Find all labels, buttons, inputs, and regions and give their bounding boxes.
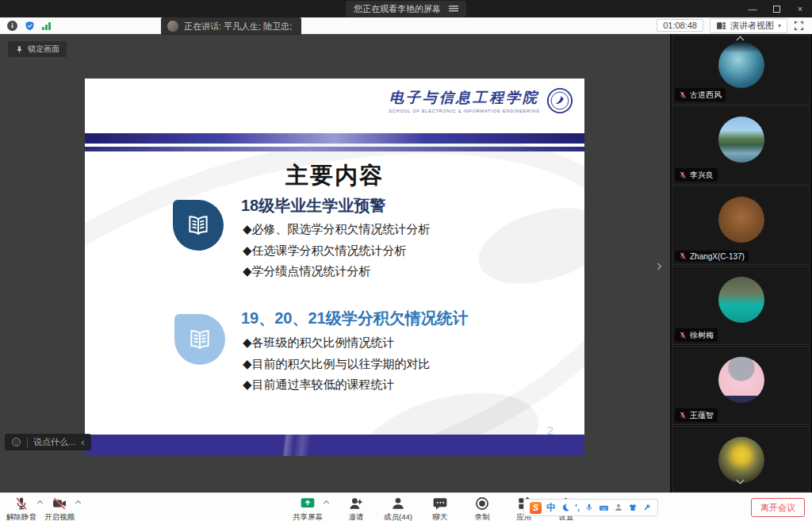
bullet-item: ◆目前的积欠比例与以往学期的对比: [243, 354, 431, 375]
section-2-heading: 19、20、21级学分积欠情况统计: [241, 308, 469, 329]
emoji-icon[interactable]: [11, 437, 21, 447]
speaking-indicator-toast: 正在讲话: 平凡人生; 陆卫忠;: [161, 17, 301, 35]
book-icon-dark: [173, 200, 224, 251]
share-options-caret-icon[interactable]: [324, 500, 329, 506]
banner-menu-icon[interactable]: [449, 6, 458, 12]
camera-off-icon: [52, 496, 67, 511]
view-mode-label: 演讲者视图: [730, 20, 774, 32]
leave-meeting-button[interactable]: 离开会议: [751, 498, 805, 517]
share-screen-icon: [300, 496, 316, 511]
members-button[interactable]: 成员(44): [382, 493, 414, 521]
start-video-button[interactable]: 开启视频: [44, 493, 75, 521]
chat-placeholder[interactable]: 说点什么...: [33, 436, 75, 448]
muted-mic-icon: [679, 412, 687, 419]
participant-name: 李兴良: [690, 170, 714, 181]
share-screen-button[interactable]: 共享屏幕: [292, 493, 324, 521]
muted-mic-icon: [679, 252, 687, 260]
chat-button[interactable]: 聊天: [424, 493, 456, 521]
slide-page-number: 2: [547, 423, 553, 437]
minimize-button[interactable]: —: [741, 0, 764, 17]
ime-account-icon[interactable]: [614, 503, 623, 512]
video-options-caret-icon[interactable]: [75, 500, 81, 506]
ime-punctuation-toggle[interactable]: ’,: [575, 503, 580, 512]
participant-avatar: [718, 357, 764, 403]
participant-name: 徐树梅: [690, 330, 714, 341]
security-shield-icon[interactable]: [25, 21, 35, 31]
participants-sidebar: 古道西风 李兴良: [670, 34, 812, 492]
participant-name: 王蕴智: [690, 410, 714, 421]
sogou-logo-icon[interactable]: S: [530, 502, 542, 514]
panel-expand-arrow-icon[interactable]: ›: [657, 256, 662, 274]
ime-language-toggle[interactable]: 中: [546, 501, 556, 515]
unmute-button[interactable]: 解除静音: [6, 493, 37, 521]
participant-tile[interactable]: 李兴良: [672, 105, 810, 185]
participant-name-tag: 王蕴智: [675, 408, 718, 422]
fullscreen-icon[interactable]: [794, 21, 804, 31]
ime-keyboard-icon[interactable]: [599, 503, 609, 513]
participant-avatar: [718, 117, 764, 163]
bullet-item: ◆学分绩点情况统计分析: [243, 261, 431, 282]
close-button[interactable]: ×: [788, 0, 812, 17]
section-1-bullets: ◆必修、限选学分积欠情况统计分析 ◆任选课学分积欠情况统计分析 ◆学分绩点情况统…: [243, 219, 431, 282]
viewing-screen-banner: 您正在观看李艳的屏幕: [346, 1, 466, 17]
audio-options-caret-icon[interactable]: [37, 500, 43, 506]
college-name-en: SCHOOL OF ELECTRONIC & INFORMATION ENGIN…: [389, 109, 540, 113]
ime-mic-icon[interactable]: [584, 503, 594, 512]
start-video-label: 开启视频: [44, 512, 75, 521]
status-right-controls: 01:08:48 演讲者视图 ▾: [657, 18, 812, 33]
presentation-slide: 电子与信息工程学院 SCHOOL OF ELECTRONIC & INFORMA…: [85, 79, 584, 456]
slide-blob-decoration: [469, 194, 584, 297]
bullet-item: ◆各班级的积欠比例情况统计: [243, 332, 431, 354]
participant-name-tag: 古道西风: [675, 88, 726, 102]
chat-collapse-icon[interactable]: ‹: [81, 436, 84, 448]
lock-view-label: 锁定画面: [28, 44, 59, 55]
college-logo: 电子与信息工程学院 SCHOOL OF ELECTRONIC & INFORMA…: [389, 87, 573, 114]
ime-toolbox-icon[interactable]: [642, 503, 652, 512]
muted-mic-icon: [679, 331, 687, 339]
status-left-icons: i: [0, 21, 51, 31]
ime-toolbar: S 中 ’,: [523, 499, 658, 516]
meeting-app-window: 您正在观看李艳的屏幕 — × i 01:08:48 演讲: [0, 0, 812, 521]
network-signal-icon[interactable]: [42, 21, 51, 30]
participant-name: ZhangX(C-137): [690, 252, 745, 261]
bullet-item: ◆目前通过率较低的课程统计: [243, 374, 431, 396]
quick-chat-input[interactable]: 说点什么... ‹: [5, 434, 91, 450]
restore-button[interactable]: [764, 0, 788, 17]
participant-tile[interactable]: 徐树梅: [672, 266, 810, 345]
view-mode-dropdown-icon: ▾: [778, 22, 781, 29]
meeting-statusbar: i 01:08:48 演讲者视图 ▾: [0, 17, 812, 34]
participant-avatar: [718, 437, 764, 483]
invite-button[interactable]: 邀请: [340, 493, 372, 521]
book-icon-light: [174, 314, 225, 365]
participant-tile[interactable]: 王蕴智: [672, 346, 810, 425]
section-1-heading: 18级毕业生学业预警: [241, 195, 385, 216]
college-name-cn: 电子与信息工程学院: [389, 88, 540, 107]
pin-icon: [15, 45, 24, 54]
participant-name-tag: 李兴良: [675, 168, 718, 182]
record-button[interactable]: 录制: [466, 493, 498, 521]
unmute-label: 解除静音: [6, 512, 36, 521]
participant-tile[interactable]: ZhangX(C-137): [672, 186, 810, 265]
invite-person-icon: [348, 496, 364, 511]
muted-mic-icon: [679, 171, 687, 179]
participant-avatar: [718, 277, 764, 323]
view-mode-button[interactable]: 演讲者视图 ▾: [710, 18, 787, 33]
toolbar-left-group: 解除静音 开启视频: [6, 493, 82, 521]
leave-meeting-label: 离开会议: [760, 502, 795, 514]
ime-skin-icon[interactable]: [628, 503, 638, 512]
participant-name-tag: ZhangX(C-137): [675, 251, 749, 262]
share-screen-label: 共享屏幕: [293, 512, 323, 521]
slide-title: 主要内容: [85, 160, 584, 192]
speaking-indicator-text: 正在讲话: 平凡人生; 陆卫忠;: [184, 21, 292, 33]
meeting-toolbar: 解除静音 开启视频 共享屏幕: [0, 492, 812, 521]
viewing-screen-title: 您正在观看李艳的屏幕: [354, 3, 441, 15]
ime-moon-icon[interactable]: [561, 503, 570, 512]
college-emblem-icon: [546, 87, 573, 114]
meeting-info-icon[interactable]: i: [7, 21, 17, 31]
participant-avatar: [718, 197, 764, 243]
meeting-timer: 01:08:48: [657, 19, 703, 32]
restore-icon: [773, 6, 780, 13]
speaker-avatar: [167, 21, 178, 32]
participant-tile[interactable]: 古道西风: [672, 35, 810, 105]
lock-view-button[interactable]: 锁定画面: [8, 41, 67, 57]
